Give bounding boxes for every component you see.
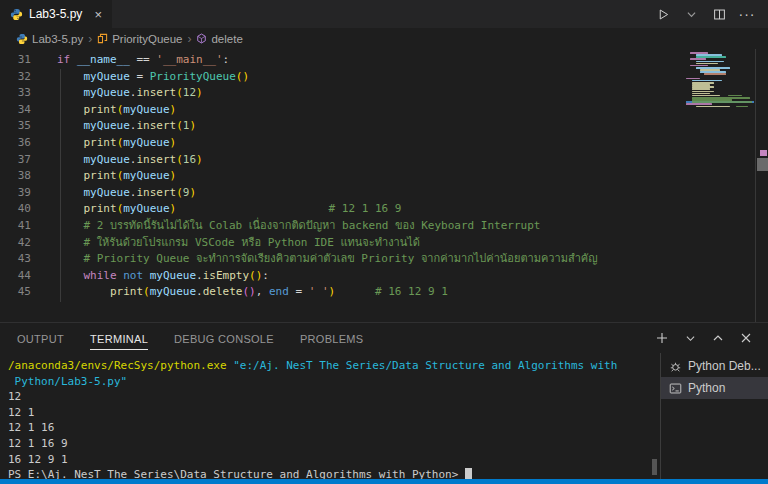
close-panel-icon[interactable]	[738, 330, 754, 346]
code-text: print(myQueue)	[31, 168, 176, 185]
line-number: 45	[0, 284, 31, 301]
code-line[interactable]: 42 # ให้รันด้วยโปรแกรม VSCode หรือ Pytho…	[0, 235, 686, 252]
breadcrumb-separator-icon: ›	[87, 32, 93, 46]
code-line[interactable]: 45 print(myQueue.delete(), end = ' ') # …	[0, 284, 686, 301]
line-number: 44	[0, 268, 31, 285]
terminal-icon	[669, 382, 682, 395]
terminal-output[interactable]: /anaconda3/envs/RecSys/python.exe "e:/Aj…	[0, 353, 655, 479]
breadcrumb-item[interactable]: Lab3-5.py	[16, 33, 83, 45]
symbol-class-icon	[97, 33, 108, 44]
breadcrumb-label: PriorityQueue	[112, 33, 182, 45]
code-line[interactable]: 43 # Priority Queue จะทำการจัดเรียงคิวตา…	[0, 251, 686, 268]
terminal-item-label: Python	[688, 381, 725, 395]
run-dropdown-chevron-icon[interactable]	[682, 5, 700, 23]
more-actions-icon[interactable]: ···	[738, 5, 756, 23]
code-line[interactable]: 41 # 2 บรรทัดนี้รันไม่ได้ใน Colab เนื่อง…	[0, 218, 686, 235]
code-text: myQueue.insert(9)	[31, 185, 196, 202]
terminal-line: Python/Lab3-5.py"	[8, 374, 655, 390]
code-text: print(myQueue) # 12 1 16 9	[31, 201, 401, 218]
code-line[interactable]: 40 print(myQueue) # 12 1 16 9	[0, 201, 686, 218]
panel-tab-output[interactable]: OUTPUT	[17, 333, 64, 349]
line-number: 39	[0, 185, 31, 202]
line-number: 32	[0, 69, 31, 86]
line-number: 34	[0, 102, 31, 119]
code-line[interactable]: 36 print(myQueue)	[0, 135, 686, 152]
bottom-panel: OUTPUTTERMINALDEBUG CONSOLEPROBLEMS /ana…	[0, 322, 768, 479]
debug-console-icon	[669, 360, 682, 373]
tab-label: Lab3-5.py	[29, 7, 82, 21]
line-number: 31	[0, 52, 31, 69]
terminal-list-item-python-deb-[interactable]: Python Deb...	[661, 355, 768, 377]
line-number: 43	[0, 251, 31, 268]
code-text: print(myQueue)	[31, 102, 176, 119]
panel-tab-problems[interactable]: PROBLEMS	[300, 333, 364, 349]
breadcrumb: Lab3-5.py›PriorityQueue›delete	[0, 28, 768, 49]
code-text: myQueue.insert(1)	[31, 118, 196, 135]
minimap-line	[686, 106, 754, 108]
code-text: # 2 บรรทัดนี้รันไม่ได้ใน Colab เนื่องจาก…	[31, 218, 540, 235]
minimap[interactable]	[686, 52, 754, 319]
terminal-scrollbar-thumb[interactable]	[652, 459, 657, 475]
code-line[interactable]: 34 print(myQueue)	[0, 102, 686, 119]
terminal-cursor	[465, 468, 472, 479]
code-text: myQueue.insert(12)	[31, 85, 203, 102]
run-button[interactable]	[654, 5, 672, 23]
code-line[interactable]: 37 myQueue.insert(16)	[0, 152, 686, 169]
line-number: 41	[0, 218, 31, 235]
terminal-line: 12 1	[8, 405, 655, 421]
new-terminal-icon[interactable]	[654, 330, 670, 346]
terminal-tabs-list: Python Deb...Python	[660, 353, 768, 479]
code-text: while not myQueue.isEmpty():	[31, 268, 269, 285]
editor-tab-bar: Lab3-5.py × ···	[0, 0, 768, 28]
breadcrumb-separator-icon: ›	[186, 32, 192, 46]
code-text: if __name__ == '__main__':	[31, 52, 229, 69]
code-line[interactable]: 38 print(myQueue)	[0, 168, 686, 185]
symbol-method-icon	[196, 33, 207, 44]
panel-tab-debug-console[interactable]: DEBUG CONSOLE	[174, 333, 274, 349]
line-number: 36	[0, 135, 31, 152]
code-line[interactable]: 32 myQueue = PriorityQueue()	[0, 69, 686, 86]
breadcrumb-item[interactable]: PriorityQueue	[97, 33, 182, 45]
vscode-window: Lab3-5.py × ··· Lab3-5.py›PriorityQueue›…	[0, 0, 768, 484]
code-text: # Priority Queue จะทำการจัดเรียงคิวตามค่…	[31, 251, 598, 268]
line-number: 40	[0, 201, 31, 218]
terminal-line: 12 1 16	[8, 420, 655, 436]
terminal-line: 16 12 9 1	[8, 452, 655, 468]
editor-actions: ···	[654, 0, 768, 28]
tab-lab3-5[interactable]: Lab3-5.py ×	[0, 0, 112, 28]
code-line[interactable]: 31if __name__ == '__main__':	[0, 52, 686, 69]
breadcrumb-label: delete	[211, 33, 242, 45]
breadcrumb-label: Lab3-5.py	[32, 33, 83, 45]
overview-ruler-decoration	[760, 150, 767, 156]
panel-body: /anaconda3/envs/RecSys/python.exe "e:/Aj…	[0, 353, 768, 479]
editor-scrollbar[interactable]	[755, 49, 768, 322]
terminal-line: 12 1 16 9	[8, 436, 655, 452]
terminal-list-item-python[interactable]: Python	[661, 377, 768, 399]
tab-close-icon[interactable]: ×	[94, 7, 102, 22]
split-editor-icon[interactable]	[710, 5, 728, 23]
terminal-line: /anaconda3/envs/RecSys/python.exe "e:/Aj…	[8, 358, 655, 374]
scrollbar-thumb[interactable]	[757, 158, 768, 171]
code-text: # ให้รันด้วยโปรแกรม VSCode หรือ Python I…	[31, 235, 420, 252]
breadcrumb-item[interactable]: delete	[196, 33, 242, 45]
code-line[interactable]: 39 myQueue.insert(9)	[0, 185, 686, 202]
panel-tab-terminal[interactable]: TERMINAL	[90, 333, 148, 350]
terminal-line: 12	[8, 389, 655, 405]
editor-code: 31if __name__ == '__main__':32 myQueue =…	[0, 52, 686, 301]
line-number: 38	[0, 168, 31, 185]
code-text: print(myQueue.delete(), end = ' ') # 16 …	[31, 284, 448, 301]
terminal-line: PS E:\Aj. NesT The Series\Data Structure…	[8, 467, 655, 479]
line-number: 42	[0, 235, 31, 252]
code-text: myQueue.insert(16)	[31, 152, 203, 169]
line-number: 33	[0, 85, 31, 102]
code-line[interactable]: 44 while not myQueue.isEmpty():	[0, 268, 686, 285]
code-line[interactable]: 33 myQueue.insert(12)	[0, 85, 686, 102]
terminal-item-label: Python Deb...	[688, 359, 761, 373]
line-number: 35	[0, 118, 31, 135]
maximize-panel-icon[interactable]	[710, 330, 726, 346]
python-file-icon	[10, 8, 23, 21]
code-line[interactable]: 35 myQueue.insert(1)	[0, 118, 686, 135]
terminal-dropdown-chevron-icon[interactable]	[682, 330, 698, 346]
code-text: print(myQueue)	[31, 135, 176, 152]
code-editor[interactable]: 31if __name__ == '__main__':32 myQueue =…	[0, 49, 768, 322]
